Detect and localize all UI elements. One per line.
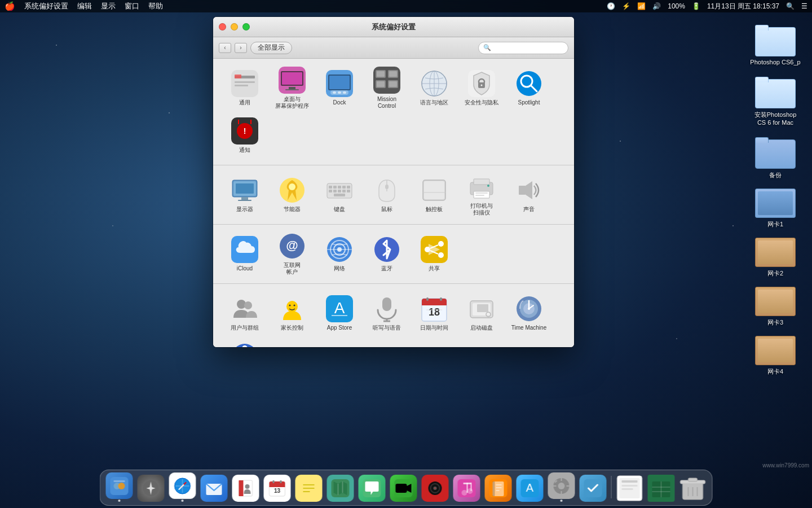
nav-forward-button[interactable]: › [235,43,247,53]
desktop: 🍎 系统偏好设置 编辑 显示 窗口 帮助 🕐 ⚡ 📶 🔊 100% 🔋 11月1… [0,0,812,508]
svg-rect-56 [329,190,332,192]
window-content: 通用 桌面与屏幕保护程序 [213,59,574,347]
pref-sharing[interactable]: 共享 [412,231,457,277]
show-all-button[interactable]: 全部显示 [250,42,292,54]
desktop-icon-netcard1[interactable]: 网卡1 [750,189,801,229]
menu-help[interactable]: 帮助 [148,1,163,11]
pref-appstore[interactable]: A App Store [317,291,362,336]
pref-security[interactable]: 安全性与隐私 [459,65,504,111]
nav-back-button[interactable]: ‹ [219,43,231,53]
dock-notes[interactable] [294,472,324,502]
desktop-install-photoshop-label: 安装Photoshop CS 6 for Mac [750,111,801,126]
svg-point-49 [289,183,295,190]
dock-appstore[interactable]: A [515,472,545,502]
dock-mail[interactable] [200,472,229,502]
pref-mission-label: MissionControl [377,96,396,110]
window-toolbar: ‹ › 全部显示 🔍 [213,37,574,59]
pref-icloud[interactable]: iCloud [222,231,267,277]
svg-point-177 [558,483,565,489]
menu-system-prefs[interactable]: 系统偏好设置 [24,1,68,11]
svg-rect-155 [396,484,407,493]
menubar-search-icon[interactable]: 🔍 [786,2,795,10]
pref-desktop[interactable]: 桌面与屏幕保护程序 [270,65,315,111]
pref-users[interactable]: 用户与群组 [222,291,267,336]
pref-mouse[interactable]: 鼠标 [364,172,409,217]
menu-window[interactable]: 窗口 [125,1,139,11]
svg-rect-142 [270,485,285,487]
desktop-right-icons: Photoshop CS6_p 安装Photoshop CS 6 for Mac… [750,23,801,376]
pref-trackpad[interactable]: 触控板 [412,172,457,217]
hardware-section: 显示器 节能器 [213,165,574,225]
desktop-icon-netcard2[interactable]: 网卡2 [750,238,801,278]
svg-rect-45 [241,197,248,200]
menu-edit[interactable]: 编辑 [77,1,92,11]
dock-wunderlist[interactable] [579,472,608,502]
dock-safari[interactable] [168,472,197,502]
pref-parental[interactable]: 家长控制 [270,291,315,336]
window-close-button[interactable] [219,23,226,30]
pref-display[interactable]: 显示器 [222,172,267,217]
window-minimize-button[interactable] [231,23,238,30]
pref-sharing-label: 共享 [429,265,440,272]
svg-rect-138 [239,480,244,496]
pref-spotlight[interactable]: Spotlight [506,65,551,111]
svg-rect-2 [235,81,255,83]
pref-bluetooth[interactable]: 蓝牙 [364,231,409,277]
dock-excel[interactable] [647,472,676,502]
pref-mission[interactable]: MissionControl [364,65,409,111]
desktop-icon-netcard4[interactable]: 网卡4 [750,336,801,376]
pref-general-label: 通用 [239,99,250,106]
svg-rect-71 [475,195,484,196]
svg-point-34 [481,85,483,86]
desktop-icon-backup[interactable]: 备份 [750,135,801,179]
pref-dock[interactable]: Dock [317,65,362,111]
pref-internet[interactable]: @ 互联网帐户 [270,231,315,277]
pref-language[interactable]: 语言与地区 [412,65,457,111]
search-box[interactable]: 🔍 [478,42,568,54]
pref-timemachine[interactable]: Time Machine [506,291,551,336]
desktop-icon-netcard3[interactable]: 网卡3 [750,287,801,327]
dock-documents[interactable] [615,472,645,502]
menubar-list-icon[interactable]: ☰ [801,2,807,10]
pref-general[interactable]: 通用 [222,65,267,111]
svg-rect-145 [280,480,282,483]
apple-menu[interactable]: 🍎 [5,1,15,11]
pref-energy[interactable]: 节能器 [270,172,315,217]
svg-rect-181 [567,485,570,487]
dock-itunes[interactable] [452,472,482,502]
dock-maps[interactable] [326,472,355,502]
dock-facetime[interactable] [389,472,418,502]
svg-rect-41 [250,120,251,124]
pref-dictation[interactable]: 听写与语音 [364,291,409,336]
pref-keyboard[interactable]: 键盘 [317,172,362,217]
pref-startup[interactable]: ? 启动磁盘 [459,291,504,336]
dock-calendar[interactable]: 13 [263,472,292,502]
pref-sound[interactable]: 声音 [506,172,551,217]
pref-notification[interactable]: ! 通知 [222,113,267,158]
dock-vinyls[interactable] [421,472,450,502]
dock-messages[interactable] [358,472,387,502]
dock-launchpad[interactable] [136,472,166,502]
search-input[interactable] [493,44,574,52]
svg-point-86 [438,241,444,247]
pref-datetime[interactable]: 18 日期与时间 [412,291,457,336]
svg-rect-25 [389,81,397,87]
desktop-icon-photoshop-cs6[interactable]: Photoshop CS6_p [750,23,801,65]
pref-printer[interactable]: 打印机与扫描仪 [459,172,504,217]
window-maximize-button[interactable] [242,23,250,30]
pref-accessibility[interactable]: 辅助功能 [222,338,267,347]
dock-trash[interactable] [678,472,708,502]
pref-network[interactable]: 网络 [317,231,362,277]
dock-ibooks[interactable] [484,472,513,502]
dock-finder[interactable] [105,472,134,502]
desktop-icon-install-photoshop[interactable]: 安装Photoshop CS 6 for Mac [750,75,801,126]
svg-point-35 [517,71,541,96]
svg-rect-103 [422,303,447,305]
dock-addressbook[interactable] [231,472,261,502]
svg-rect-40 [238,120,239,124]
internet-grid: iCloud @ 互联网帐户 [222,231,565,277]
menu-display[interactable]: 显示 [101,1,116,11]
pref-bluetooth-label: 蓝牙 [381,265,392,272]
desktop-netcard4-label: 网卡4 [767,367,783,376]
dock-system-prefs[interactable] [547,472,576,502]
